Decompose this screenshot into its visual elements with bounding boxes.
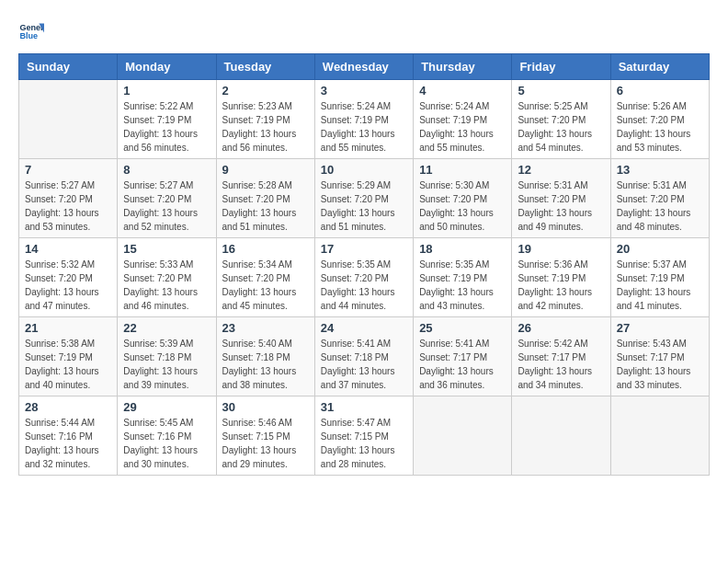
day-info: Sunrise: 5:29 AMSunset: 7:20 PMDaylight:…: [321, 178, 407, 234]
day-info: Sunrise: 5:28 AMSunset: 7:20 PMDaylight:…: [222, 178, 309, 234]
week-row-1: 7Sunrise: 5:27 AMSunset: 7:20 PMDaylight…: [19, 159, 710, 238]
day-cell: 30Sunrise: 5:46 AMSunset: 7:15 PMDayligh…: [216, 396, 314, 476]
day-number: 27: [617, 321, 703, 335]
day-number: 16: [222, 242, 309, 256]
week-row-2: 14Sunrise: 5:32 AMSunset: 7:20 PMDayligh…: [19, 238, 710, 317]
day-info: Sunrise: 5:39 AMSunset: 7:18 PMDaylight:…: [123, 337, 210, 392]
day-cell: 14Sunrise: 5:32 AMSunset: 7:20 PMDayligh…: [19, 238, 118, 317]
day-number: 10: [321, 163, 407, 177]
header-cell-tuesday: Tuesday: [216, 54, 314, 80]
day-number: 8: [123, 163, 210, 177]
day-info: Sunrise: 5:26 AMSunset: 7:20 PMDaylight:…: [617, 99, 703, 155]
day-number: 1: [123, 84, 210, 98]
day-info: Sunrise: 5:27 AMSunset: 7:20 PMDaylight:…: [123, 178, 210, 234]
day-cell: 10Sunrise: 5:29 AMSunset: 7:20 PMDayligh…: [314, 159, 413, 238]
day-info: Sunrise: 5:47 AMSunset: 7:15 PMDaylight:…: [321, 416, 407, 471]
day-info: Sunrise: 5:22 AMSunset: 7:19 PMDaylight:…: [123, 99, 210, 155]
header-row: SundayMondayTuesdayWednesdayThursdayFrid…: [19, 54, 710, 80]
day-number: 20: [617, 242, 703, 256]
day-cell: [610, 396, 709, 476]
page-header: General Blue: [18, 18, 710, 44]
day-cell: 16Sunrise: 5:34 AMSunset: 7:20 PMDayligh…: [216, 238, 314, 317]
day-cell: 28Sunrise: 5:44 AMSunset: 7:16 PMDayligh…: [19, 396, 118, 476]
day-cell: 25Sunrise: 5:41 AMSunset: 7:17 PMDayligh…: [414, 317, 512, 396]
header-cell-wednesday: Wednesday: [314, 54, 413, 80]
day-cell: 27Sunrise: 5:43 AMSunset: 7:17 PMDayligh…: [610, 317, 709, 396]
day-info: Sunrise: 5:23 AMSunset: 7:19 PMDaylight:…: [222, 99, 309, 155]
day-cell: 15Sunrise: 5:33 AMSunset: 7:20 PMDayligh…: [118, 238, 216, 317]
day-number: 11: [419, 163, 506, 177]
day-info: Sunrise: 5:24 AMSunset: 7:19 PMDaylight:…: [419, 99, 506, 155]
day-number: 18: [419, 242, 506, 256]
day-number: 2: [222, 84, 309, 98]
day-number: 13: [617, 163, 703, 177]
header-cell-monday: Monday: [118, 54, 216, 80]
day-number: 15: [123, 242, 210, 256]
day-number: 28: [25, 400, 111, 414]
day-cell: [414, 396, 512, 476]
week-row-4: 28Sunrise: 5:44 AMSunset: 7:16 PMDayligh…: [19, 396, 710, 476]
day-info: Sunrise: 5:35 AMSunset: 7:20 PMDaylight:…: [321, 258, 407, 313]
day-cell: 8Sunrise: 5:27 AMSunset: 7:20 PMDaylight…: [118, 159, 216, 238]
day-cell: 31Sunrise: 5:47 AMSunset: 7:15 PMDayligh…: [314, 396, 413, 476]
day-info: Sunrise: 5:30 AMSunset: 7:20 PMDaylight:…: [419, 178, 506, 234]
day-number: 9: [222, 163, 309, 177]
day-number: 22: [123, 321, 210, 335]
day-info: Sunrise: 5:33 AMSunset: 7:20 PMDaylight:…: [123, 258, 210, 313]
day-cell: 12Sunrise: 5:31 AMSunset: 7:20 PMDayligh…: [512, 159, 610, 238]
day-info: Sunrise: 5:27 AMSunset: 7:20 PMDaylight:…: [25, 178, 111, 234]
day-cell: 1Sunrise: 5:22 AMSunset: 7:19 PMDaylight…: [118, 80, 216, 159]
svg-text:Blue: Blue: [19, 31, 38, 40]
day-info: Sunrise: 5:24 AMSunset: 7:19 PMDaylight:…: [321, 99, 407, 155]
day-number: 25: [419, 321, 506, 335]
day-info: Sunrise: 5:35 AMSunset: 7:19 PMDaylight:…: [419, 258, 506, 313]
day-cell: 19Sunrise: 5:36 AMSunset: 7:19 PMDayligh…: [512, 238, 610, 317]
day-cell: 11Sunrise: 5:30 AMSunset: 7:20 PMDayligh…: [414, 159, 512, 238]
day-cell: 2Sunrise: 5:23 AMSunset: 7:19 PMDaylight…: [216, 80, 314, 159]
day-info: Sunrise: 5:32 AMSunset: 7:20 PMDaylight:…: [25, 258, 111, 313]
day-cell: 6Sunrise: 5:26 AMSunset: 7:20 PMDaylight…: [610, 80, 709, 159]
day-cell: 9Sunrise: 5:28 AMSunset: 7:20 PMDaylight…: [216, 159, 314, 238]
day-info: Sunrise: 5:46 AMSunset: 7:15 PMDaylight:…: [222, 416, 309, 471]
day-info: Sunrise: 5:45 AMSunset: 7:16 PMDaylight:…: [123, 416, 210, 471]
day-number: 24: [321, 321, 407, 335]
day-cell: 29Sunrise: 5:45 AMSunset: 7:16 PMDayligh…: [118, 396, 216, 476]
day-number: 17: [321, 242, 407, 256]
day-info: Sunrise: 5:25 AMSunset: 7:20 PMDaylight:…: [518, 99, 604, 155]
day-info: Sunrise: 5:34 AMSunset: 7:20 PMDaylight:…: [222, 258, 309, 313]
week-row-3: 21Sunrise: 5:38 AMSunset: 7:19 PMDayligh…: [19, 317, 710, 396]
calendar-table: SundayMondayTuesdayWednesdayThursdayFrid…: [18, 53, 710, 476]
day-info: Sunrise: 5:37 AMSunset: 7:19 PMDaylight:…: [617, 258, 703, 313]
day-number: 30: [222, 400, 309, 414]
day-cell: 5Sunrise: 5:25 AMSunset: 7:20 PMDaylight…: [512, 80, 610, 159]
day-info: Sunrise: 5:42 AMSunset: 7:17 PMDaylight:…: [518, 337, 604, 392]
day-info: Sunrise: 5:41 AMSunset: 7:17 PMDaylight:…: [419, 337, 506, 392]
day-info: Sunrise: 5:38 AMSunset: 7:19 PMDaylight:…: [25, 337, 111, 392]
day-cell: 3Sunrise: 5:24 AMSunset: 7:19 PMDaylight…: [314, 80, 413, 159]
day-cell: 4Sunrise: 5:24 AMSunset: 7:19 PMDaylight…: [414, 80, 512, 159]
day-info: Sunrise: 5:36 AMSunset: 7:19 PMDaylight:…: [518, 258, 604, 313]
header-cell-saturday: Saturday: [610, 54, 709, 80]
day-cell: 18Sunrise: 5:35 AMSunset: 7:19 PMDayligh…: [414, 238, 512, 317]
day-info: Sunrise: 5:40 AMSunset: 7:18 PMDaylight:…: [222, 337, 309, 392]
day-number: 19: [518, 242, 604, 256]
week-row-0: 1Sunrise: 5:22 AMSunset: 7:19 PMDaylight…: [19, 80, 710, 159]
header-cell-thursday: Thursday: [414, 54, 512, 80]
day-cell: 21Sunrise: 5:38 AMSunset: 7:19 PMDayligh…: [19, 317, 118, 396]
day-number: 4: [419, 84, 506, 98]
day-cell: 24Sunrise: 5:41 AMSunset: 7:18 PMDayligh…: [314, 317, 413, 396]
day-info: Sunrise: 5:44 AMSunset: 7:16 PMDaylight:…: [25, 416, 111, 471]
day-cell: 17Sunrise: 5:35 AMSunset: 7:20 PMDayligh…: [314, 238, 413, 317]
day-cell: 23Sunrise: 5:40 AMSunset: 7:18 PMDayligh…: [216, 317, 314, 396]
day-number: 21: [25, 321, 111, 335]
header-cell-friday: Friday: [512, 54, 610, 80]
day-number: 3: [321, 84, 407, 98]
day-number: 23: [222, 321, 309, 335]
day-cell: 7Sunrise: 5:27 AMSunset: 7:20 PMDaylight…: [19, 159, 118, 238]
day-cell: [19, 80, 118, 159]
day-cell: 22Sunrise: 5:39 AMSunset: 7:18 PMDayligh…: [118, 317, 216, 396]
day-number: 5: [518, 84, 604, 98]
logo: General Blue: [18, 18, 44, 44]
day-info: Sunrise: 5:31 AMSunset: 7:20 PMDaylight:…: [617, 178, 703, 234]
day-number: 7: [25, 163, 111, 177]
